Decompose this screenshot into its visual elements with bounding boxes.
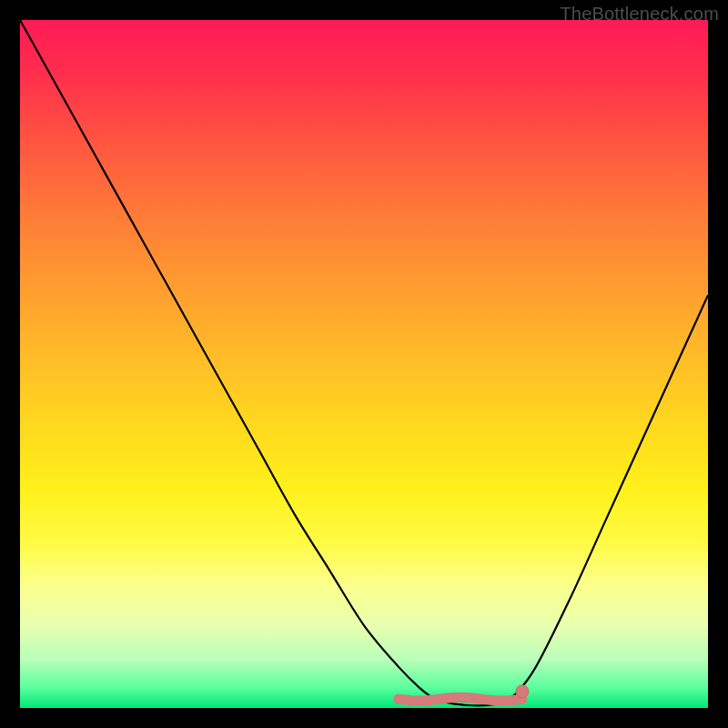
optimal-range-marker: [399, 697, 522, 701]
chart-plot-area: [20, 20, 708, 708]
bottleneck-curve: [20, 20, 708, 705]
watermark-text: TheBottleneck.com: [560, 4, 719, 25]
selected-point-marker: [516, 685, 529, 698]
bottleneck-chart-svg: [20, 20, 708, 708]
